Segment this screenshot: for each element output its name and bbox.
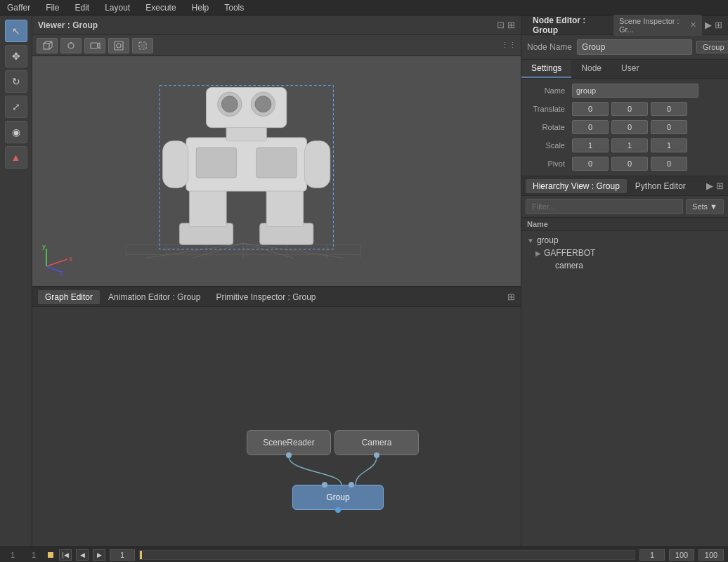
fps-input[interactable] bbox=[698, 549, 724, 561]
viewport-3d[interactable]: x y z bbox=[32, 56, 521, 286]
name-prop-row: Name bbox=[521, 81, 728, 100]
animation-editor-tab[interactable]: Animation Editor : Group bbox=[101, 290, 207, 304]
rotate-x-input[interactable] bbox=[572, 120, 609, 134]
scale-y-input[interactable] bbox=[611, 138, 648, 152]
viewer-layout-icon[interactable]: ⊞ bbox=[507, 20, 515, 30]
svg-rect-42 bbox=[304, 141, 330, 188]
svg-line-27 bbox=[243, 243, 344, 258]
start-frame: 1 bbox=[4, 551, 21, 559]
rotate-y-input[interactable] bbox=[611, 120, 648, 134]
viewer-title: Viewer : Group bbox=[38, 20, 98, 30]
left-toolbar: ↖ ✥ ↻ ⤢ ◉ ▲ bbox=[0, 15, 32, 547]
scale-z-input[interactable] bbox=[651, 138, 687, 152]
menu-help[interactable]: Help bbox=[189, 1, 212, 14]
timeline-marker-indicator bbox=[48, 552, 53, 558]
pivot-prop-row: Pivot bbox=[521, 155, 728, 173]
svg-line-26 bbox=[243, 243, 293, 258]
svg-point-6 bbox=[68, 43, 74, 48]
tab-node[interactable]: Node bbox=[571, 60, 611, 78]
menu-bar: Gaffer File Edit Layout Execute Help Too… bbox=[0, 0, 728, 15]
scene-inspector-tab[interactable]: Scene Inspector : Gr... ✕ bbox=[613, 15, 702, 36]
menu-file[interactable]: File bbox=[43, 1, 62, 14]
scale-prop-label: Scale bbox=[527, 141, 569, 150]
tree-item-gafferbot[interactable]: ▶ GAFFERBOT bbox=[521, 247, 728, 259]
xyz-gizmo: x y z bbox=[39, 245, 74, 279]
svg-line-23 bbox=[146, 243, 243, 258]
prev-frame-btn[interactable]: ◀ bbox=[76, 549, 89, 561]
rotate-z-input[interactable] bbox=[651, 120, 687, 134]
graph-editor-header: Graph Editor Animation Editor : Group Pr… bbox=[32, 287, 521, 307]
translate-tool[interactable]: ✥ bbox=[5, 45, 27, 67]
viewer-maximize-icon[interactable]: ⊡ bbox=[497, 20, 505, 30]
graph-layout-icon[interactable]: ⊞ bbox=[507, 292, 515, 302]
current-frame-input[interactable] bbox=[110, 549, 135, 561]
primitive-inspector-tab[interactable]: Primitive Inspector : Group bbox=[209, 290, 323, 304]
go-to-start-btn[interactable]: |◀ bbox=[59, 549, 72, 561]
hierarchy-view-tab[interactable]: Hierarchy View : Group bbox=[526, 179, 627, 193]
node-editor-layout-icon[interactable]: ⊞ bbox=[715, 20, 722, 30]
node-name-input[interactable] bbox=[577, 39, 692, 55]
play-btn[interactable]: ▶ bbox=[93, 549, 105, 561]
hierarchy-filter-input[interactable] bbox=[526, 199, 683, 214]
hierarchy-play-icon[interactable]: ▶ bbox=[706, 181, 713, 191]
pivot-x-input[interactable] bbox=[572, 157, 609, 171]
crop-btn[interactable] bbox=[132, 38, 153, 53]
sets-button[interactable]: Sets ▼ bbox=[686, 199, 724, 214]
svg-rect-31 bbox=[266, 188, 303, 226]
select-tool[interactable]: ↖ bbox=[5, 20, 27, 42]
view-mode-btn[interactable] bbox=[60, 38, 82, 53]
viewer-toolbar: ⋮⋮ bbox=[32, 35, 521, 56]
svg-rect-33 bbox=[196, 148, 236, 178]
pivot-y-input[interactable] bbox=[611, 157, 648, 171]
scale-tool[interactable]: ⤢ bbox=[5, 96, 27, 118]
rotate-prop-label: Rotate bbox=[527, 123, 569, 131]
menu-tools[interactable]: Tools bbox=[221, 1, 247, 14]
node-editor-play-icon[interactable]: ▶ bbox=[705, 20, 712, 30]
graph-editor-content[interactable]: SceneReader Camera Group bbox=[32, 307, 521, 547]
group-arrow: ▼ bbox=[527, 237, 534, 244]
menu-layout[interactable]: Layout bbox=[102, 1, 133, 14]
right-panel: Node Editor : Group Scene Inspector : Gr… bbox=[521, 15, 728, 547]
rotate-tool[interactable]: ↻ bbox=[5, 70, 27, 93]
translate-x-input[interactable] bbox=[572, 102, 609, 116]
name-prop-input[interactable] bbox=[572, 84, 698, 98]
scene-reader-node[interactable]: SceneReader bbox=[247, 430, 331, 455]
node-editor-tab[interactable]: Node Editor : Group bbox=[527, 13, 611, 37]
tree-item-group[interactable]: ▼ group bbox=[521, 234, 728, 247]
hierarchy-panel: Hierarchy View : Group Python Editor ▶ ⊞… bbox=[521, 176, 728, 547]
camera-mode-btn[interactable] bbox=[84, 38, 105, 53]
start-range-input[interactable] bbox=[639, 549, 665, 561]
tree-item-camera[interactable]: ▶ camera bbox=[521, 259, 728, 272]
translate-z-input[interactable] bbox=[651, 102, 687, 116]
hierarchy-layout-icon[interactable]: ⊞ bbox=[716, 181, 724, 191]
graph-connections bbox=[32, 307, 521, 547]
pivot-z-input[interactable] bbox=[651, 157, 687, 171]
timeline-bar[interactable] bbox=[139, 550, 635, 560]
gafferbot-label: GAFFERBOT bbox=[544, 248, 595, 258]
scene-inspector-close-icon[interactable]: ✕ bbox=[690, 20, 696, 30]
sets-dropdown-icon: ▼ bbox=[710, 202, 717, 211]
python-editor-tab[interactable]: Python Editor bbox=[628, 179, 693, 193]
menu-execute[interactable]: Execute bbox=[143, 1, 178, 14]
group-node[interactable]: Group bbox=[292, 485, 384, 510]
camera-node[interactable]: Camera bbox=[334, 430, 419, 455]
camera-tool[interactable]: ◉ bbox=[5, 121, 27, 143]
translate-y-input[interactable] bbox=[611, 102, 648, 116]
name-prop-label: Name bbox=[527, 86, 569, 95]
menu-edit[interactable]: Edit bbox=[72, 1, 92, 14]
menu-gaffer[interactable]: Gaffer bbox=[4, 1, 33, 14]
svg-point-39 bbox=[221, 96, 238, 112]
render-btn[interactable] bbox=[108, 38, 129, 53]
scale-x-input[interactable] bbox=[572, 138, 609, 152]
graph-editor-tab[interactable]: Graph Editor bbox=[38, 290, 100, 304]
svg-text:y: y bbox=[42, 245, 46, 250]
translate-prop-row: Translate bbox=[521, 100, 728, 118]
viewer-header: Viewer : Group ⊡ ⊞ bbox=[32, 15, 521, 35]
translate-prop-label: Translate bbox=[527, 105, 569, 113]
tab-user[interactable]: User bbox=[611, 60, 649, 78]
perspective-btn[interactable] bbox=[37, 38, 58, 53]
tab-settings[interactable]: Settings bbox=[521, 60, 571, 78]
paint-tool[interactable]: ▲ bbox=[5, 146, 27, 169]
svg-rect-0 bbox=[44, 44, 49, 49]
end-range-input[interactable] bbox=[669, 549, 694, 561]
